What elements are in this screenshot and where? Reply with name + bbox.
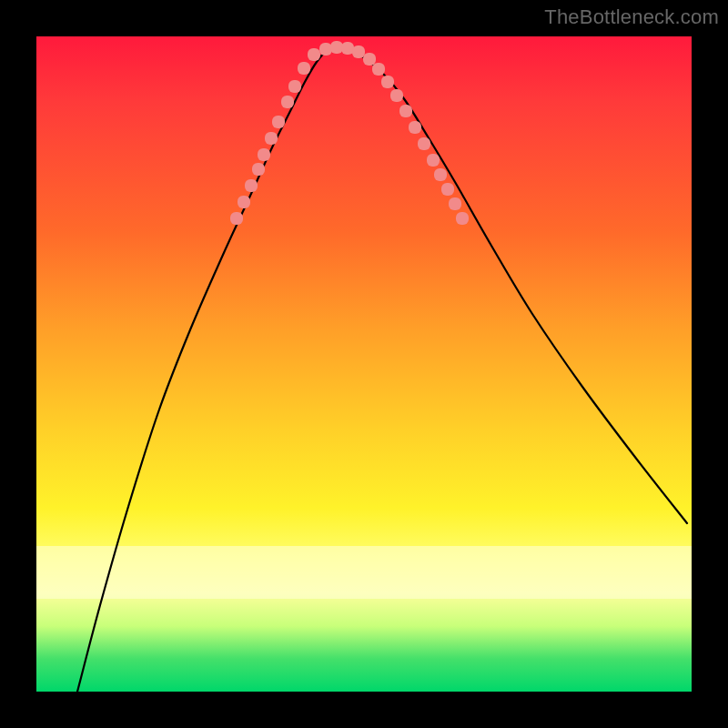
- highlight-dots-group: [230, 41, 469, 225]
- chart-svg: [36, 36, 692, 692]
- highlight-dot: [390, 89, 403, 102]
- highlight-dot: [319, 43, 332, 56]
- highlight-dot: [252, 163, 265, 176]
- highlight-dot: [381, 76, 394, 88]
- chart-frame: TheBottleneck.com: [0, 0, 728, 728]
- watermark-text: TheBottleneck.com: [544, 5, 719, 29]
- bottleneck-curve: [77, 47, 687, 692]
- highlight-dot: [434, 168, 447, 181]
- highlight-dot: [441, 183, 454, 196]
- highlight-dot: [449, 197, 461, 210]
- highlight-dot: [265, 132, 278, 145]
- highlight-dot: [238, 196, 250, 208]
- plot-area: [36, 36, 692, 692]
- highlight-dot: [409, 121, 421, 134]
- highlight-dot: [288, 80, 301, 93]
- highlight-dot: [456, 212, 469, 225]
- highlight-dot: [298, 62, 310, 75]
- highlight-dot: [341, 42, 354, 55]
- highlight-dot: [272, 116, 285, 128]
- highlight-dot: [281, 96, 294, 108]
- highlight-dot: [230, 212, 243, 225]
- highlight-dot: [372, 63, 385, 76]
- highlight-dot: [330, 41, 343, 54]
- highlight-dot: [363, 53, 376, 66]
- highlight-dot: [418, 137, 430, 150]
- highlight-dot: [399, 105, 412, 117]
- highlight-dot: [258, 148, 270, 161]
- highlight-dot: [427, 154, 440, 167]
- highlight-dot: [245, 179, 258, 192]
- highlight-dot: [352, 46, 365, 58]
- highlight-dot: [308, 48, 320, 61]
